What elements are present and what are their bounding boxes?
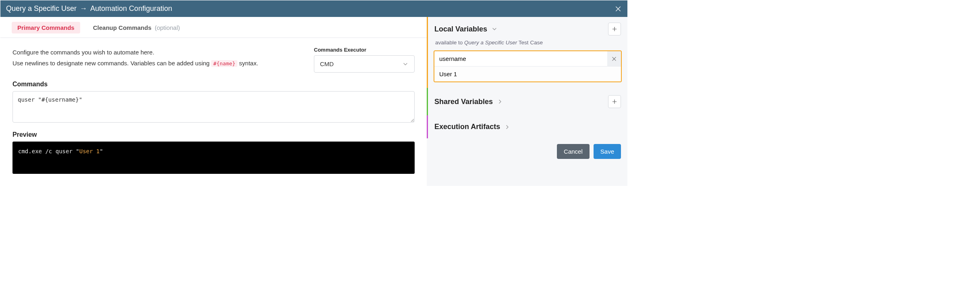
executor-block: Commands Executor CMD bbox=[314, 47, 415, 73]
local-variables-title: Local Variables bbox=[434, 25, 487, 33]
tab-label: Cleanup Commands bbox=[93, 24, 152, 31]
chevron-right-icon[interactable] bbox=[497, 98, 503, 105]
left-pane: Primary Commands Cleanup Commands (optio… bbox=[0, 17, 427, 186]
breadcrumb-item: Query a Specific User bbox=[6, 4, 77, 13]
tab-optional-hint: (optional) bbox=[155, 24, 180, 31]
variable-name-input[interactable] bbox=[434, 51, 607, 66]
primary-panel: Configure the commands you wish to autom… bbox=[0, 38, 427, 186]
automation-config-modal: Query a Specific User → Automation Confi… bbox=[0, 0, 628, 186]
breadcrumb-page: Automation Configuration bbox=[90, 4, 172, 13]
modal-titlebar: Query a Specific User → Automation Confi… bbox=[0, 0, 627, 17]
tab-label: Primary Commands bbox=[17, 24, 75, 31]
execution-artifacts-section: Execution Artifacts bbox=[427, 115, 627, 138]
commands-label: Commands bbox=[12, 81, 415, 88]
chevron-down-icon[interactable] bbox=[491, 26, 498, 32]
preview-suffix: " bbox=[100, 148, 103, 154]
preview-prefix: cmd.exe /c quser " bbox=[18, 148, 79, 154]
variable-value-input[interactable] bbox=[434, 67, 621, 81]
action-buttons: Cancel Save bbox=[427, 138, 627, 159]
local-variables-section: Local Variables available to Query a Spe… bbox=[427, 17, 627, 88]
local-variable-card bbox=[434, 50, 622, 82]
delete-variable-button[interactable] bbox=[607, 51, 621, 66]
tab-primary-commands[interactable]: Primary Commands bbox=[12, 22, 80, 33]
close-icon[interactable] bbox=[615, 5, 622, 13]
tab-cleanup-commands[interactable]: Cleanup Commands (optional) bbox=[87, 22, 186, 33]
save-button[interactable]: Save bbox=[594, 144, 621, 159]
preview-output: cmd.exe /c quser "User 1" bbox=[12, 142, 415, 174]
commands-textarea[interactable] bbox=[12, 91, 415, 123]
local-variables-subtitle: available to Query a Specific User Test … bbox=[428, 40, 627, 50]
intro-line1: Configure the commands you wish to autom… bbox=[12, 47, 298, 58]
variable-syntax-token: #{name} bbox=[211, 60, 237, 67]
add-shared-variable-button[interactable] bbox=[608, 95, 621, 108]
breadcrumb-arrow: → bbox=[80, 4, 87, 13]
chevron-down-icon bbox=[402, 61, 409, 67]
shared-variables-title: Shared Variables bbox=[434, 98, 493, 106]
intro-line2: Use newlines to designate new commands. … bbox=[12, 58, 298, 69]
preview-label: Preview bbox=[12, 131, 415, 138]
intro-text: Configure the commands you wish to autom… bbox=[12, 47, 298, 69]
preview-highlight: User 1 bbox=[79, 148, 100, 154]
execution-artifacts-title: Execution Artifacts bbox=[434, 123, 500, 131]
executor-value: CMD bbox=[320, 60, 334, 67]
add-local-variable-button[interactable] bbox=[608, 23, 621, 35]
chevron-right-icon[interactable] bbox=[504, 124, 511, 130]
executor-select[interactable]: CMD bbox=[314, 55, 415, 73]
shared-variables-section: Shared Variables bbox=[427, 88, 627, 115]
executor-label: Commands Executor bbox=[314, 47, 415, 53]
tabs-bar: Primary Commands Cleanup Commands (optio… bbox=[0, 17, 427, 38]
cancel-button[interactable]: Cancel bbox=[557, 144, 590, 159]
right-pane: Local Variables available to Query a Spe… bbox=[427, 17, 627, 186]
